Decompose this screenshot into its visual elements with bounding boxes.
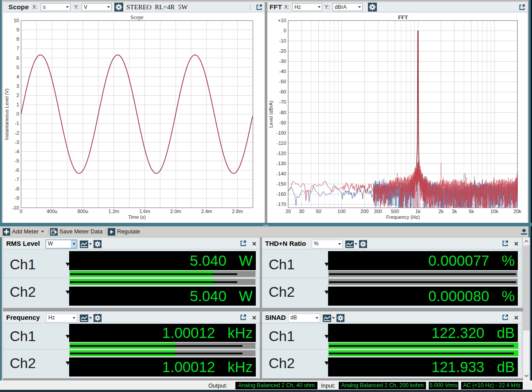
svg-text:5: 5 — [16, 65, 19, 70]
svg-text:3: 3 — [16, 83, 19, 89]
svg-text:-40: -40 — [279, 69, 286, 74]
svg-text:-160: -160 — [276, 191, 286, 197]
svg-text:-8: -8 — [15, 186, 19, 191]
svg-text:Level (dBrA): Level (dBrA) — [268, 101, 274, 128]
svg-text:FFT: FFT — [398, 14, 408, 20]
svg-text:5k: 5k — [469, 209, 474, 214]
svg-text:-30: -30 — [279, 58, 286, 64]
svg-text:20k: 20k — [513, 209, 521, 214]
svg-text:8: 8 — [16, 36, 19, 42]
svg-text:0: 0 — [20, 209, 22, 214]
svg-text:10: 10 — [14, 18, 19, 23]
svg-text:-7: -7 — [15, 177, 19, 182]
svg-text:0: 0 — [16, 111, 19, 116]
svg-text:800u: 800u — [78, 209, 88, 214]
svg-text:1.6m: 1.6m — [139, 209, 150, 214]
svg-text:200: 200 — [360, 209, 368, 214]
svg-text:2.0m: 2.0m — [170, 209, 181, 214]
svg-text:1.2m: 1.2m — [108, 209, 119, 214]
svg-text:Scope: Scope — [130, 14, 143, 20]
svg-text:20: 20 — [286, 209, 291, 214]
svg-text:-1: -1 — [15, 120, 19, 126]
svg-text:2k: 2k — [438, 209, 444, 214]
svg-text:-10: -10 — [279, 38, 286, 43]
svg-text:-170: -170 — [276, 202, 286, 207]
svg-text:-120: -120 — [276, 151, 286, 156]
svg-text:Time (s): Time (s) — [128, 214, 146, 220]
svg-text:Frequency (Hz): Frequency (Hz) — [386, 214, 420, 220]
svg-text:-90: -90 — [279, 120, 286, 125]
svg-text:-100: -100 — [276, 130, 286, 136]
svg-text:-3: -3 — [15, 140, 19, 145]
svg-text:-150: -150 — [276, 181, 286, 186]
svg-text:4: 4 — [16, 74, 19, 79]
svg-text:2: 2 — [16, 93, 19, 98]
svg-text:-6: -6 — [15, 167, 19, 173]
svg-text:-130: -130 — [276, 161, 286, 166]
svg-text:30: 30 — [299, 209, 304, 214]
svg-text:3k: 3k — [452, 209, 457, 214]
svg-text:-50: -50 — [279, 79, 286, 84]
svg-text:0: 0 — [283, 28, 286, 33]
svg-text:-4: -4 — [15, 149, 19, 154]
svg-text:-140: -140 — [276, 171, 286, 176]
svg-text:2.4m: 2.4m — [201, 209, 212, 214]
svg-text:-5: -5 — [15, 158, 19, 163]
svg-text:6: 6 — [16, 55, 19, 61]
svg-text:300: 300 — [374, 209, 382, 214]
svg-text:400u: 400u — [47, 209, 57, 214]
svg-text:7: 7 — [16, 46, 19, 51]
svg-text:500: 500 — [391, 209, 399, 214]
svg-text:-9: -9 — [15, 195, 19, 201]
svg-text:-60: -60 — [279, 89, 286, 94]
svg-text:+10: +10 — [278, 18, 286, 23]
svg-text:-10: -10 — [12, 205, 19, 210]
svg-text:2.8m: 2.8m — [232, 209, 243, 214]
svg-text:-80: -80 — [279, 110, 286, 115]
svg-text:50: 50 — [316, 209, 321, 214]
svg-text:10k: 10k — [490, 209, 498, 214]
svg-text:-110: -110 — [277, 140, 286, 146]
svg-text:-20: -20 — [279, 48, 286, 54]
svg-text:-70: -70 — [279, 99, 286, 105]
svg-text:1k: 1k — [415, 209, 421, 214]
svg-text:9: 9 — [16, 27, 19, 32]
svg-text:-2: -2 — [15, 130, 19, 136]
svg-text:1: 1 — [16, 102, 19, 107]
svg-text:100: 100 — [337, 209, 345, 214]
svg-text:Instantaneous Level (V): Instantaneous Level (V) — [4, 89, 9, 140]
